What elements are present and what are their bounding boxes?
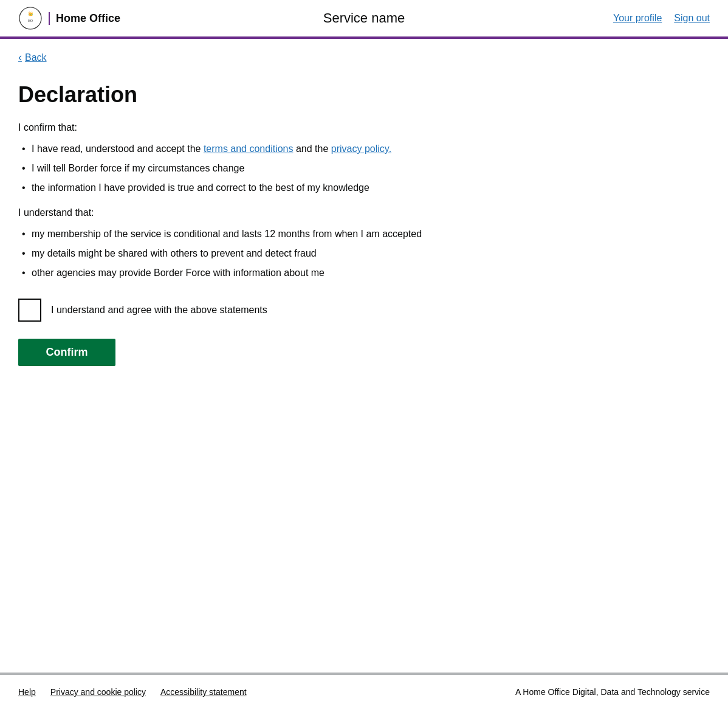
sign-out-link[interactable]: Sign out — [674, 13, 710, 24]
list-item: I have read, understood and accept the t… — [18, 142, 529, 156]
privacy-policy-link[interactable]: privacy policy. — [331, 144, 391, 154]
home-office-name: Home Office — [49, 12, 120, 25]
understand-intro: I understand that: — [18, 207, 529, 218]
checkbox-wrapper: I understand and agree with the above st… — [18, 299, 529, 322]
understand-list: my membership of the service is conditio… — [18, 227, 529, 280]
privacy-cookie-link[interactable]: Privacy and cookie policy — [50, 687, 146, 697]
checkbox-label[interactable]: I understand and agree with the above st… — [51, 305, 267, 316]
header: 👑 HO Home Office Service name Your profi… — [0, 0, 728, 39]
svg-text:HO: HO — [28, 19, 33, 22]
confirm-list: I have read, understood and accept the t… — [18, 142, 529, 195]
page-title: Declaration — [18, 82, 529, 108]
footer: Help Privacy and cookie policy Accessibi… — [0, 673, 728, 709]
accessibility-link[interactable]: Accessibility statement — [160, 687, 247, 697]
home-office-logo-link[interactable]: 👑 HO Home Office — [18, 6, 120, 30]
home-office-crest-icon: 👑 HO — [18, 6, 43, 30]
svg-text:👑: 👑 — [28, 11, 33, 16]
svg-point-0 — [19, 7, 41, 29]
service-name: Service name — [323, 10, 405, 26]
confirm-button[interactable]: Confirm — [18, 339, 115, 366]
header-nav: Your profile Sign out — [613, 13, 710, 24]
back-link[interactable]: Back — [18, 51, 47, 64]
your-profile-link[interactable]: Your profile — [613, 13, 662, 24]
terms-conditions-link[interactable]: terms and conditions — [204, 144, 294, 154]
main-content: Back Declaration I confirm that: I have … — [0, 39, 547, 531]
list-item: my membership of the service is conditio… — [18, 227, 529, 241]
back-label: Back — [25, 52, 47, 63]
agree-checkbox[interactable] — [18, 299, 41, 322]
confirm-intro: I confirm that: — [18, 122, 529, 133]
list-item: other agencies may provide Border Force … — [18, 266, 529, 280]
help-link[interactable]: Help — [18, 687, 36, 697]
list-item: my details might be shared with others t… — [18, 246, 529, 261]
footer-service-info: A Home Office Digital, Data and Technolo… — [515, 687, 710, 697]
list-item: I will tell Border force if my circumsta… — [18, 161, 529, 176]
list-item: the information I have provided is true … — [18, 181, 529, 195]
understand-section: I understand that: my membership of the … — [18, 207, 529, 280]
